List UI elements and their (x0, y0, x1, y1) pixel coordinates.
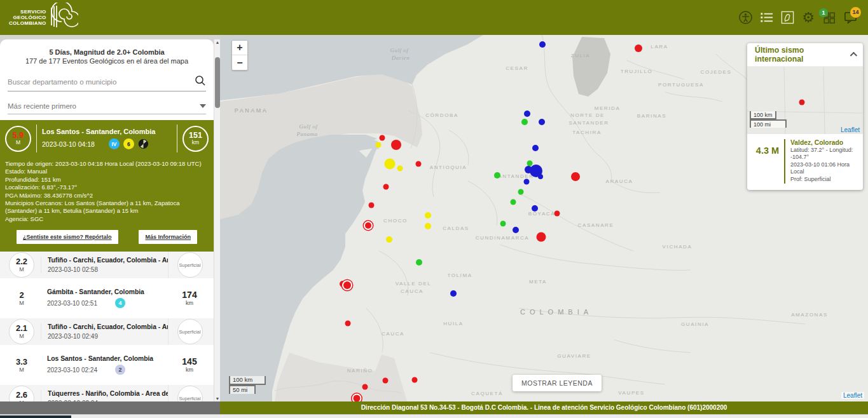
filter-summary: 5 Días, Magnitud de 2.0+ Colombia 177 de… (0, 39, 214, 65)
international-quake-marker[interactable] (799, 100, 805, 105)
felt-reports-badge[interactable]: 4 (115, 298, 125, 308)
quake-marker-red[interactable] (383, 184, 389, 190)
quake-marker-red[interactable] (369, 203, 375, 208)
intensity-badge[interactable]: IV (109, 138, 120, 149)
quake-marker-green[interactable] (511, 199, 516, 205)
selected-event-datetime: 2023-03-10 04:18 (42, 140, 95, 148)
divider (177, 125, 177, 152)
quake-marker-yellow[interactable] (386, 236, 392, 243)
quake-marker-blue[interactable] (539, 41, 546, 48)
horizontal-scrollbar[interactable] (0, 414, 868, 418)
focal-mechanism-icon[interactable] (138, 138, 149, 149)
scale-mi: 50 mi (229, 385, 256, 394)
quake-marker-green[interactable] (521, 119, 528, 125)
quake-marker-red[interactable] (383, 378, 389, 384)
show-legend-button[interactable]: MOSTRAR LEYENDA (513, 375, 602, 391)
leaflet-attribution[interactable]: Leaflet (841, 392, 864, 399)
quake-marker-red[interactable] (365, 222, 371, 229)
scale-km: 100 km (229, 376, 266, 385)
quake-marker-yellow[interactable] (397, 166, 403, 172)
event-list-item[interactable]: 2.2MTufiño - Carchi, Ecuador, Colombia -… (0, 252, 214, 278)
event-list-item[interactable]: 2MGámbita - Santander, Colombia2023-03-1… (0, 278, 214, 318)
quake-marker-yellow[interactable] (385, 159, 396, 170)
quake-marker-blue[interactable] (532, 145, 539, 151)
event-meta: 2023-03-10 02:514 (47, 298, 168, 308)
gear-glyph: ⚙ (802, 11, 815, 25)
event-info: Tufiño - Carchi, Ecuador, Colombia - Ar.… (41, 257, 168, 273)
detail-line: Agencia: SGC (5, 215, 209, 223)
more-info-button[interactable]: Más Información (139, 230, 197, 244)
event-meta: 2023-03-10 02:242 (47, 365, 168, 375)
quake-marker-green[interactable] (500, 221, 506, 227)
quake-marker-red[interactable] (343, 281, 351, 289)
quake-marker-red[interactable] (412, 377, 418, 383)
sort-dropdown[interactable]: Más reciente primero (8, 98, 206, 114)
magnitude-ring-circle: 2.2M (9, 252, 34, 278)
event-list-item[interactable]: 2.1MTufiño - Carchi, Ecuador, Colombia -… (0, 318, 214, 345)
felt-reports-badge[interactable]: 6 (123, 138, 134, 149)
search-input[interactable] (8, 78, 195, 86)
quake-marker-blue[interactable] (450, 290, 457, 297)
quake-marker-blue[interactable] (532, 205, 538, 212)
sidebar-scrollbar[interactable]: ▲ ▼ (214, 39, 220, 401)
selected-event-card[interactable]: 5.9 M Los Santos - Santander, Colombia 2… (0, 120, 214, 252)
quake-marker-red[interactable] (380, 135, 385, 141)
settings-gear-icon[interactable]: ⚙ (801, 10, 816, 25)
filter-summary-line1: 5 Días, Magnitud de 2.0+ Colombia (0, 48, 214, 56)
quake-marker-red[interactable] (345, 321, 351, 327)
quake-marker-blue[interactable] (524, 179, 530, 185)
event-meta: 2023-03-10 02:49 (48, 333, 168, 340)
search-icon[interactable] (195, 75, 206, 89)
magnitude-unit: M (19, 333, 24, 339)
quake-marker-green[interactable] (518, 189, 524, 195)
international-place: Valdez, Colorado (790, 139, 857, 147)
event-count-line: 177 de 177 Eventos Geológicos en el área… (0, 57, 214, 65)
event-list-item[interactable]: 3.3MLos Santos - Santander, Colombia2023… (0, 345, 214, 385)
magnitude-value: 2.2 (16, 257, 27, 266)
quake-marker-red[interactable] (571, 172, 580, 181)
mini-leaflet-attribution[interactable]: Leaflet (841, 126, 860, 133)
quake-marker-yellow[interactable] (425, 223, 431, 229)
quake-marker-red[interactable] (555, 211, 560, 217)
apps-icon[interactable]: 1 (822, 10, 837, 25)
quake-marker-blue[interactable] (524, 111, 530, 117)
quake-marker-red[interactable] (362, 384, 368, 390)
horizontal-scrollbar-thumb[interactable] (0, 415, 71, 418)
magnitude-unit: M (19, 300, 24, 306)
event-depth: Superficial (168, 252, 211, 278)
quake-marker-red[interactable] (537, 233, 546, 242)
notifications-chat-icon[interactable]: 14 (843, 10, 858, 25)
apps-count-badge: 1 (819, 8, 828, 17)
event-list-icon[interactable] (759, 10, 774, 25)
quake-marker-blue[interactable] (538, 174, 543, 179)
selected-event-details: Tiempo de origen: 2023-03-10 04:18 Hora … (0, 157, 214, 224)
quake-marker-red[interactable] (354, 395, 361, 402)
felt-reports-badge[interactable]: 2 (115, 365, 125, 375)
magnitude-value: 2 (19, 291, 24, 300)
detail-line: Tiempo de origen: 2023-03-10 04:18 Hora … (5, 160, 209, 168)
quake-marker-blue[interactable] (539, 119, 545, 125)
quake-marker-green[interactable] (494, 172, 500, 179)
quake-marker-red[interactable] (416, 161, 422, 167)
sgc-logo[interactable]: SERVICIO GEOLÓGICO COLOMBIANO (9, 3, 78, 33)
event-title: Los Santos - Santander, Colombia (47, 355, 168, 362)
scroll-down-icon[interactable]: ▼ (214, 396, 221, 401)
collapse-chevron-icon[interactable] (850, 52, 857, 59)
scroll-up-icon[interactable]: ▲ (214, 40, 221, 44)
quake-marker-red[interactable] (635, 44, 642, 52)
report-felt-button[interactable]: ¿Sentiste este sismo? Repórtalo (17, 230, 118, 244)
quake-marker-red[interactable] (391, 140, 401, 150)
colombia-map-icon[interactable] (780, 10, 795, 25)
event-title: Gámbita - Santander, Colombia (47, 288, 168, 295)
event-list-item[interactable]: 2.6MTúquerres - Nariño, Colombia - Area … (0, 385, 214, 401)
quake-marker-blue[interactable] (513, 227, 519, 233)
international-panel-header[interactable]: Último sismo internacional (747, 43, 863, 67)
zoom-in-button[interactable]: + (232, 41, 247, 55)
quake-marker-yellow[interactable] (376, 142, 382, 148)
zoom-out-button[interactable]: − (232, 55, 247, 70)
scrollbar-thumb[interactable] (215, 57, 220, 108)
international-mini-map[interactable]: 100 km 100 mi Leaflet (747, 67, 863, 134)
quake-marker-yellow[interactable] (425, 212, 431, 219)
accessibility-icon[interactable] (738, 10, 753, 25)
quake-marker-green[interactable] (416, 259, 422, 266)
